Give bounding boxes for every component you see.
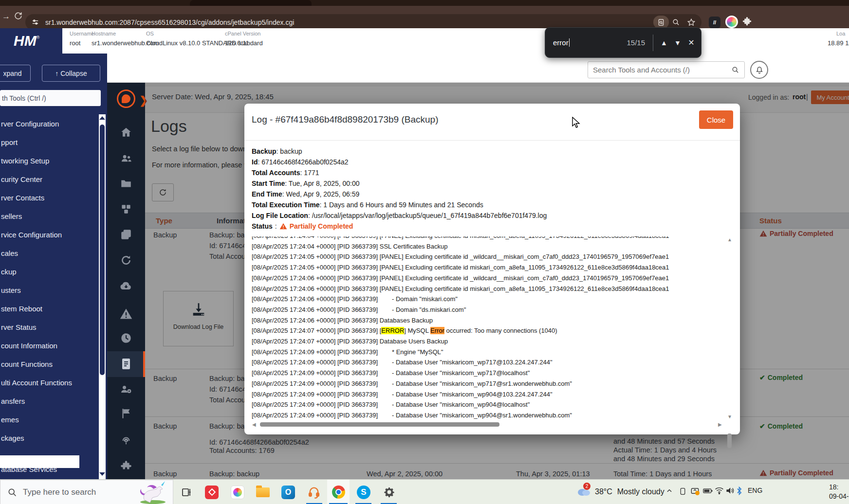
- sidebar-scrollbar[interactable]: [99, 114, 106, 479]
- sidebar-item[interactable]: count Information: [0, 337, 97, 355]
- text-caret: [569, 38, 570, 47]
- scroll-up-icon[interactable]: ▲: [727, 237, 732, 242]
- scrollbar-thumb[interactable]: [727, 433, 732, 448]
- sidebar-item[interactable]: emes: [0, 411, 97, 429]
- find-next-button[interactable]: ▼: [671, 36, 684, 50]
- sidebar-item[interactable]: sellers: [0, 207, 97, 226]
- language-indicator[interactable]: ENG: [748, 486, 762, 494]
- flag-icon[interactable]: [107, 401, 145, 426]
- warning-icon[interactable]: [107, 301, 145, 326]
- find-input[interactable]: error: [553, 38, 569, 47]
- extension-color-icon[interactable]: [725, 16, 738, 28]
- detail-value: 67146c468f4266ab0f0254a2: [261, 158, 348, 166]
- taskbar-skype[interactable]: [352, 480, 375, 504]
- find-previous-button[interactable]: ▲: [657, 36, 671, 50]
- tray-chevron-icon[interactable]: [666, 487, 673, 494]
- close-button[interactable]: Close: [699, 110, 733, 129]
- sidebar-item[interactable]: cales: [0, 244, 97, 263]
- expand-button[interactable]: xpand: [0, 65, 31, 82]
- weather-badge: 2: [583, 483, 591, 490]
- url-text[interactable]: sr1.wonderwebhub.com:2087/cpsess65162980…: [45, 18, 294, 26]
- logs-icon[interactable]: [107, 351, 145, 377]
- clock-icon[interactable]: [107, 325, 145, 351]
- bookmark-star-icon[interactable]: [687, 18, 696, 27]
- taskbar-outlook[interactable]: [277, 480, 299, 504]
- copies-icon[interactable]: [107, 222, 145, 247]
- sidebar-item[interactable]: usters: [0, 281, 97, 300]
- scrollbar-thumb[interactable]: [260, 422, 499, 427]
- log-area[interactable]: [08/Apr/2025 17:24:04 +0000] [PID 366373…: [252, 236, 724, 420]
- log-line: [08/Apr/2025 17:24:09 +0000] [PID 366373…: [252, 389, 724, 400]
- sidebar-item[interactable]: rvice Configuration: [0, 226, 97, 244]
- plugin-icon[interactable]: [107, 453, 145, 479]
- sidebar-item[interactable]: rver Configuration: [0, 115, 97, 133]
- detail-value: /usr/local/jetapps/var/log/jetbackup5/qu…: [312, 212, 547, 219]
- search-icon: [7, 487, 17, 497]
- find-close-icon[interactable]: ✕: [684, 36, 698, 50]
- scroll-up-icon[interactable]: [99, 116, 105, 120]
- scroll-right-icon[interactable]: ▶: [718, 422, 722, 427]
- zoom-icon[interactable]: [672, 18, 680, 26]
- wifi-icon[interactable]: [715, 486, 724, 494]
- extension-icon[interactable]: //: [709, 17, 720, 28]
- sidebar-item[interactable]: ulti Account Functions: [0, 374, 97, 392]
- taskbar-settings[interactable]: [378, 480, 400, 504]
- horizontal-scrollbar[interactable]: ◀ ▶: [252, 421, 724, 428]
- speaker-icon[interactable]: [725, 486, 735, 495]
- find-in-page-icon[interactable]: [653, 16, 669, 29]
- sync-icon[interactable]: [107, 248, 145, 273]
- whm-logo[interactable]: HM®: [0, 28, 62, 54]
- scroll-down-icon[interactable]: ▼: [727, 414, 732, 419]
- search-highlight-unicorn[interactable]: [131, 480, 172, 504]
- log-line: [08/Apr/2025 17:24:05 +0000] [PID 366373…: [252, 252, 724, 262]
- active-tab[interactable]: [190, 0, 312, 6]
- taskbar-app-red[interactable]: [201, 480, 223, 504]
- scrollbar-thumb[interactable]: [100, 125, 105, 375]
- taskbar-app-adobe-cc[interactable]: [226, 480, 249, 504]
- sidebar-item[interactable]: ansfers: [0, 392, 97, 411]
- find-active-match-highlight: Error: [430, 327, 444, 334]
- taskbar-file-explorer[interactable]: [252, 480, 274, 504]
- taskbar-clock[interactable]: 18: 09-04-: [829, 483, 849, 501]
- whm-sidebar: xpand ↑ Collapse th Tools (Ctrl /) rver …: [0, 54, 107, 479]
- phone-link-icon[interactable]: [679, 486, 687, 496]
- packages-icon[interactable]: [107, 197, 145, 222]
- scroll-down-icon[interactable]: [99, 472, 105, 476]
- taskbar-chrome[interactable]: [327, 480, 350, 504]
- fingerprint-icon[interactable]: [107, 428, 145, 453]
- taskbar-app-headset[interactable]: [303, 480, 325, 504]
- cloud-download-icon[interactable]: [107, 273, 145, 299]
- log-line: [08/Apr/2025 17:24:07 +0000] [PID 366373…: [252, 325, 724, 336]
- sidebar-item[interactable]: count Functions: [0, 355, 97, 374]
- site-info-icon[interactable]: [31, 18, 39, 26]
- tools-search-input[interactable]: Search Tools and Accounts (/): [588, 61, 745, 78]
- forward-icon[interactable]: →: [2, 12, 10, 20]
- sidebar-item[interactable]: rver Contacts: [0, 189, 97, 207]
- log-line: [08/Apr/2025 17:24:09 +0000] [PID 366373…: [252, 347, 724, 358]
- home-icon[interactable]: [107, 120, 145, 145]
- collapse-button[interactable]: ↑ Collapse: [42, 65, 100, 82]
- folder-icon[interactable]: [107, 171, 145, 196]
- sidebar-item[interactable]: curity Center: [0, 170, 97, 189]
- bluetooth-icon[interactable]: [736, 486, 742, 496]
- sidebar-item[interactable]: ckages: [0, 429, 97, 448]
- sidebar-item[interactable]: ckup: [0, 263, 97, 281]
- update-tray-icon[interactable]: [690, 486, 700, 496]
- warning-icon: [279, 222, 287, 230]
- find-match-highlight: ERROR: [381, 327, 404, 334]
- accounts-icon[interactable]: [107, 145, 145, 171]
- notification-dot: [695, 491, 700, 495]
- weather-widget[interactable]: 2 38°C Mostly cloudy: [576, 485, 664, 499]
- sidebar-item[interactable]: pport: [0, 133, 97, 152]
- vertical-scrollbar[interactable]: ▲ ▼: [726, 236, 733, 420]
- sidebar-item[interactable]: rver Status: [0, 318, 97, 337]
- sidebar-item[interactable]: tworking Setup: [0, 152, 97, 170]
- sidebar-item[interactable]: stem Reboot: [0, 300, 97, 318]
- sidebar-search-input[interactable]: th Tools (Ctrl /): [0, 90, 101, 106]
- account-gear-icon[interactable]: [107, 377, 145, 402]
- scroll-left-icon[interactable]: ◀: [252, 422, 256, 427]
- task-view-button[interactable]: [175, 480, 198, 504]
- notifications-bell-icon[interactable]: [750, 61, 768, 79]
- extensions-puzzle-icon[interactable]: [742, 17, 752, 27]
- reload-icon[interactable]: [14, 11, 23, 20]
